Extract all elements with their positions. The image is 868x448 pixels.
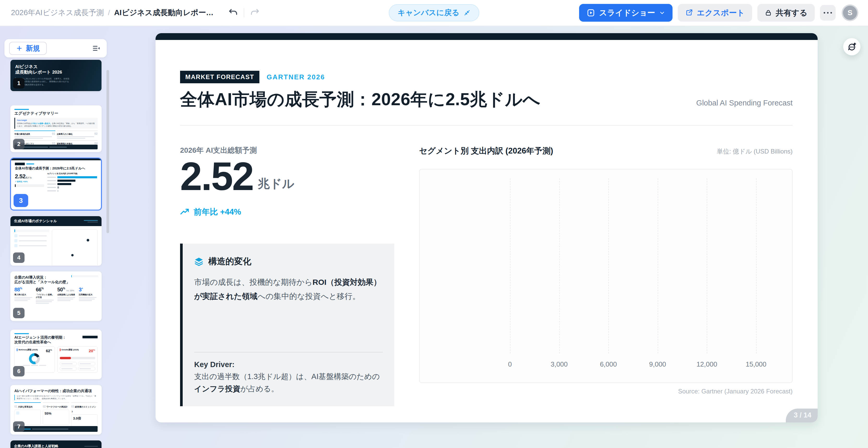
stat-delta-row: 前年比 +44% — [180, 207, 394, 217]
user-avatar[interactable]: S — [843, 6, 857, 20]
redo-button[interactable] — [247, 5, 262, 20]
ellipsis-icon — [824, 12, 825, 13]
chart-source: Source: Gartner (January 2026 Forecast) — [419, 388, 793, 395]
chart-axis-tick: 9,000 — [649, 360, 666, 368]
chart-gridline — [559, 178, 560, 354]
gartner-eyebrow: GARTNER 2026 — [267, 73, 325, 81]
redo-icon — [250, 8, 260, 18]
avatar-initial: S — [848, 9, 852, 17]
chart-unit-label: 単位: 億ドル (USD Billions) — [717, 147, 793, 156]
slide-number-badge: 7 — [13, 421, 25, 432]
slide-subtitle: Global AI Spending Forecast — [696, 99, 793, 110]
breadcrumb: 2026年AIビジネス成長予測 / AIビジネス成長動向レポー… — [11, 7, 214, 18]
slide-number-badge: 6 — [13, 366, 25, 377]
breadcrumb-current-title[interactable]: AIビジネス成長動向レポー… — [114, 7, 214, 18]
key-driver-body: 支出の過半数（1.3兆ドル超）は、AI基盤構築のためのインフラ投資が占める。 — [194, 372, 380, 393]
chart-gridline — [707, 178, 707, 354]
slide-number-badge: 5 — [13, 308, 25, 318]
chart-axis-tick: 0 — [508, 360, 512, 368]
chart-gridline — [756, 178, 756, 354]
slide-thumbnail-5[interactable]: 企業のAI導入状況：広がる活用と「スケール化の壁」 88% 導入率の拡大 66%… — [10, 271, 102, 321]
callout-heading: 構造的変化 — [194, 256, 383, 267]
stat-delta: 前年比 +44% — [194, 207, 241, 217]
sidebar-scrollbar[interactable] — [106, 70, 109, 233]
slide-thumbnail-6[interactable]: AIエージェント活用の黎明期：次世代の生産性革命へ McKinsey調査 (20… — [10, 329, 102, 379]
new-slide-button[interactable]: 新規 — [9, 42, 47, 55]
callout-divider — [194, 352, 383, 353]
slide-number-badge: 1 — [13, 78, 25, 89]
export-label: エクスポート — [697, 7, 745, 18]
trend-up-icon — [180, 207, 189, 217]
plus-icon — [16, 45, 23, 52]
slide-number-badge: 4 — [13, 252, 25, 263]
slide-number-badge: 2 — [13, 139, 25, 149]
slide-thumbnail-8[interactable]: 企業のAI導入課題と人材戦略8 — [10, 440, 102, 448]
chart-header: セグメント別 支出内訳 (2026年予測) 単位: 億ドル (USD Billi… — [419, 145, 793, 156]
stat-value: 2.52 — [180, 157, 253, 195]
slideshow-label: スライドショー — [599, 7, 655, 18]
new-slide-label: 新規 — [26, 43, 40, 53]
stat-unit: 兆ドル — [258, 176, 294, 192]
chat-sparkle-icon — [846, 41, 857, 52]
collapse-panel-button[interactable] — [91, 42, 102, 54]
chart-gridline — [658, 178, 658, 354]
slideshow-button[interactable]: スライドショー — [579, 4, 673, 22]
lock-icon — [765, 9, 772, 17]
collapse-arrows-icon — [464, 9, 470, 16]
slide-thumbnail-1[interactable]: AIビジネス成長動向レポート 2026 2026年に向けたAIビジネスの市場成長… — [10, 60, 102, 91]
breadcrumb-root-link[interactable]: 2026年AIビジネス成長予測 — [11, 7, 104, 18]
slide-thumbnail-4[interactable]: 生成AI市場のポテンシャル 4 — [10, 216, 102, 266]
page-indicator-badge: 3 / 14 — [786, 409, 818, 422]
undo-redo-group — [226, 5, 262, 20]
slide-eyebrow-row: MARKET FORECAST GARTNER 2026 — [180, 71, 793, 83]
export-icon — [685, 9, 693, 17]
slide-thumbnail-3[interactable]: 全体AI市場の成長予測：2026年に2.5兆ドルへ 2.52兆ドル ↗ 前年比 … — [10, 158, 102, 210]
callout-body: 市場の成長は、投機的な期待からROI（投資対効果）が実証された領域への集中的な投… — [194, 275, 383, 303]
slides-sidebar: 新規 AIビジネス成長動向レポート 2026 2026年に向けたAIビジネスの市… — [4, 39, 107, 448]
stat-column: 2026年 AI支出総額予測 2.52 兆ドル 前年比 +44% — [180, 145, 394, 406]
chart-x-axis: 03,0006,0009,00012,00015,000 — [510, 354, 789, 375]
structural-change-callout: 構造的変化 市場の成長は、投機的な期待からROI（投資対効果）が実証された領域へ… — [180, 244, 394, 406]
more-options-button[interactable] — [820, 5, 836, 21]
ai-chat-button[interactable] — [843, 38, 861, 55]
play-icon — [586, 8, 595, 17]
callout-title: 構造的変化 — [208, 256, 251, 267]
slide-number-badge: 3 — [13, 194, 28, 207]
chart-axis-tick: 15,000 — [746, 360, 767, 368]
undo-button[interactable] — [226, 5, 241, 20]
slide-title-row: 全体AI市場の成長予測：2026年に2.5兆ドルへ Global AI Spen… — [180, 90, 793, 110]
key-driver-block: Key Driver: 支出の過半数（1.3兆ドル超）は、AI基盤構築のためのイ… — [194, 360, 383, 395]
top-toolbar: 2026年AIビジネス成長予測 / AIビジネス成長動向レポー… キャンバスに戻… — [0, 0, 868, 26]
chart-gridline — [608, 178, 609, 354]
slide-canvas[interactable]: MARKET FORECAST GARTNER 2026 全体AI市場の成長予測… — [156, 33, 818, 422]
breadcrumb-separator: / — [108, 9, 110, 17]
chevron-down-icon — [659, 10, 665, 16]
key-driver-label: Key Driver: — [194, 360, 383, 369]
sidebar-header: 新規 — [4, 39, 107, 57]
chart-plot-area — [510, 177, 789, 354]
slide-thumbnail-2[interactable]: エグゼクティブサマリー Core Insight2026年のAI市場は2.5兆ド… — [10, 105, 102, 152]
slide-columns: 2026年 AI支出総額予測 2.52 兆ドル 前年比 +44% — [180, 145, 793, 406]
undo-icon — [228, 8, 238, 18]
chart-column: セグメント別 支出内訳 (2026年予測) 単位: 億ドル (USD Billi… — [419, 145, 793, 406]
topbar-actions: スライドショー エクスポート 共有する S — [579, 4, 857, 22]
slide-thumbnail-list: AIビジネス成長動向レポート 2026 2026年に向けたAIビジネスの市場成長… — [4, 60, 107, 448]
toolbar-divider — [244, 8, 244, 18]
chart-axis-tick: 12,000 — [696, 360, 717, 368]
slide-title: 全体AI市場の成長予測：2026年に2.5兆ドルへ — [180, 90, 540, 110]
collapse-panel-icon — [92, 44, 101, 53]
slide-content: MARKET FORECAST GARTNER 2026 全体AI市場の成長予測… — [156, 40, 818, 406]
chart-title: セグメント別 支出内訳 (2026年予測) — [419, 145, 553, 156]
return-to-canvas-label: キャンバスに戻る — [398, 7, 460, 18]
chart-axis-tick: 6,000 — [600, 360, 617, 368]
share-button[interactable]: 共有する — [757, 4, 815, 22]
export-button[interactable]: エクスポート — [678, 4, 752, 22]
return-to-canvas-button[interactable]: キャンバスに戻る — [389, 4, 479, 22]
title-divider — [180, 125, 793, 126]
bar-chart: 03,0006,0009,00012,00015,000 — [419, 169, 793, 383]
slide-accent-bar — [156, 33, 818, 40]
layers-icon — [194, 257, 204, 266]
chart-axis-tick: 3,000 — [551, 360, 568, 368]
slide-thumbnail-7[interactable]: AIハイパフォーマーの特性：成功企業の共通項 なぜ一部の企業だけが成果を出せるの… — [10, 385, 102, 435]
market-forecast-badge: MARKET FORECAST — [180, 71, 259, 83]
